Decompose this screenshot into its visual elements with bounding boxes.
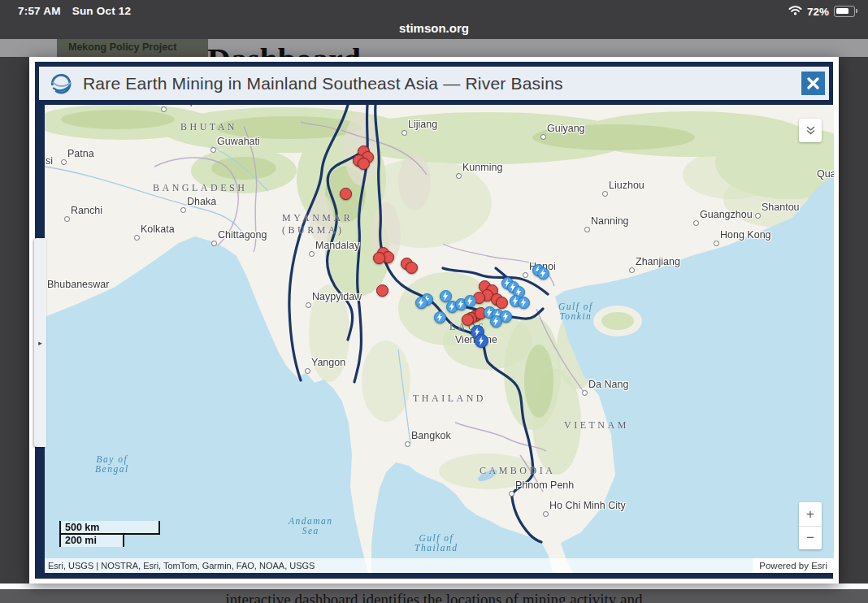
map-modal-frame: Rare Earth Mining in Mainland Southeast … [35,62,833,579]
dam-marker[interactable] [518,297,530,309]
dam-marker-dark[interactable] [475,334,488,348]
city-label: Ho Chi Minh City [549,500,626,511]
scale-km: 500 km [59,521,160,535]
country-label: BANGLADESH [153,182,247,194]
country-label: MYANMAR(BURMA) [282,212,353,236]
city-label: Patna [67,148,94,159]
city-label: Bangkok [411,430,451,441]
map-canvas[interactable]: ThimphuGuwahatiPatnaDhakaRanchiKolkataCh… [45,105,834,573]
city-dot [306,302,311,308]
modal-title: Rare Earth Mining in Mainland Southeast … [83,74,563,93]
stimson-logo-icon [47,71,73,97]
background-page-title: Dashboard [207,41,361,57]
status-date: Sun Oct 12 [72,5,132,17]
mining-marker[interactable] [406,262,418,274]
country-label: THAILAND [413,393,486,405]
double-chevron-down-icon [805,124,817,137]
city-label: Yangon [311,357,345,368]
dam-marker[interactable] [464,295,476,307]
mining-marker[interactable] [462,314,474,326]
city-label: Kunming [462,162,502,173]
close-button[interactable] [801,72,825,95]
water-label: Gulf ofThailand [414,533,458,553]
city-label: Liuzhou [609,180,644,191]
map-attribution: Esri, USGS | NOSTRA, Esri, TomTom, Garmi… [45,558,834,573]
city-dot [309,251,315,257]
mining-marker[interactable] [358,158,370,170]
city-dot [405,441,410,447]
map-overlay: ThimphuGuwahatiPatnaDhakaRanchiKolkataCh… [45,105,834,573]
water-label: Gulf ofTonkin [558,302,593,321]
drawer-arrow-icon: ▸ [38,339,42,347]
water-label: AndamanSea [289,516,333,536]
city-label: Hong Kong [720,229,771,241]
city-dot [401,130,407,136]
city-dot [305,368,310,374]
city-label: Guangzhou [700,209,753,220]
powered-by-esri[interactable]: Powered by Esri [753,558,834,573]
city-label: Mandalay [315,240,359,251]
status-indicators: 72% [788,5,855,18]
city-dot [509,491,514,497]
mining-marker[interactable] [340,188,352,200]
dam-marker[interactable] [490,315,502,328]
mining-marker[interactable] [376,284,388,297]
dam-marker[interactable] [434,311,446,323]
status-time: 7:57 AM [18,5,61,17]
dam-marker[interactable] [415,297,427,309]
city-label: Guwahati [217,136,260,147]
status-bar: 7:57 AMSun Oct 12 72% stimson.org [0,0,868,39]
dam-marker[interactable] [440,290,452,302]
city-dot [180,207,186,213]
city-dot [61,159,67,165]
city-label: Nanning [591,215,629,227]
city-label: Shantou [762,202,800,213]
zoom-in-button[interactable]: + [799,502,822,526]
battery-icon [834,6,855,17]
city-dot [540,134,546,140]
map-modal: Rare Earth Mining in Mainland Southeast … [29,57,839,583]
drawer-expand-tab[interactable]: ▸ [34,238,46,447]
city-dot [161,106,167,112]
scale-mi: 200 mi [59,535,124,547]
status-time-date: 7:57 AMSun Oct 12 [18,5,131,17]
mining-marker[interactable] [496,297,508,309]
background-nav-item: Mekong Policy Project [57,39,208,57]
city-label: Ranchi [71,205,102,216]
city-dot [755,213,761,219]
address-bar[interactable]: stimson.org [0,21,868,35]
city-label: Phnom Penh [515,479,574,491]
city-label: Dhaka [187,196,216,207]
country-label: CAMBODIA [480,465,555,477]
collapse-panel-button[interactable] [799,119,822,142]
city-label: Lijiang [408,119,437,130]
city-dot [582,390,588,396]
city-dot [629,267,635,273]
city-label: Da Nang [588,379,628,390]
country-label: VIETNAM [564,419,629,432]
city-dot [210,147,216,153]
city-dot [693,220,699,226]
city-dot [523,272,528,278]
city-label: Kolkata [141,223,175,235]
background-page-bottom: interactive dashboard identifies the loc… [0,583,868,603]
zoom-out-button[interactable]: − [799,527,822,550]
dam-marker[interactable] [537,267,549,280]
country-label: BHUTAN [180,121,237,133]
city-dot [543,511,549,517]
city-label: Qua [817,168,834,180]
city-dot [602,191,608,197]
close-icon [806,76,820,90]
mining-marker[interactable] [373,252,385,264]
city-dot [64,216,70,222]
background-body-text: interactive dashboard identifies the loc… [0,591,868,603]
city-label: Zhanjiang [636,256,680,267]
city-label: Guiyang [547,123,585,134]
city-label: si [46,155,53,167]
modal-header: Rare Earth Mining in Mainland Southeast … [39,67,829,100]
city-dot [584,227,590,232]
city-label: Thimphu [167,105,207,106]
city-label: Bhubaneswar [47,279,109,290]
city-dot [456,173,462,179]
ipad-screen: 7:57 AMSun Oct 12 72% stimson.org Mekong… [0,0,868,603]
